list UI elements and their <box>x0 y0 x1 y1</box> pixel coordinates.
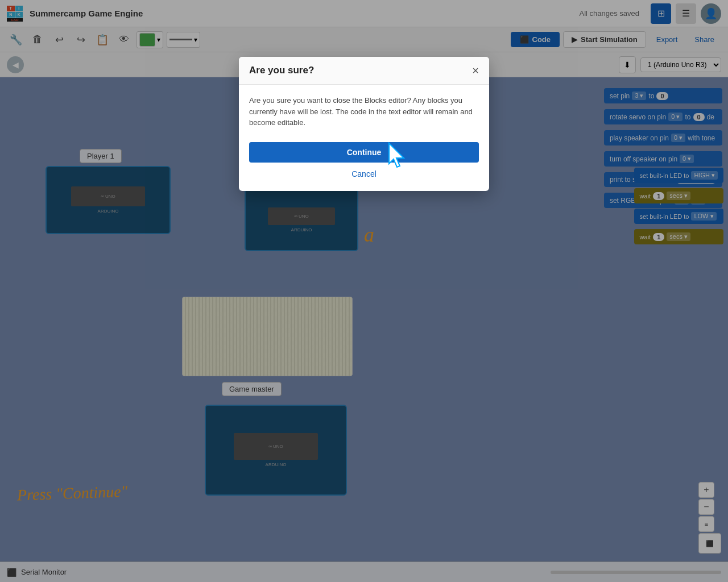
modal-close-button[interactable]: × <box>472 65 479 76</box>
modal-title: Are you sure? <box>249 65 314 76</box>
confirmation-modal: Are you sure? × Are you sure you want to… <box>239 57 489 191</box>
continue-button[interactable]: Continue <box>249 142 479 163</box>
modal-footer: Continue Cancel <box>239 136 489 191</box>
modal-body: Are you sure you want to close the Block… <box>239 85 489 136</box>
modal-overlay[interactable]: Are you sure? × Are you sure you want to… <box>0 0 728 582</box>
cancel-button[interactable]: Cancel <box>249 167 479 181</box>
modal-header: Are you sure? × <box>239 57 489 85</box>
modal-message: Are you sure you want to close the Block… <box>249 95 479 128</box>
